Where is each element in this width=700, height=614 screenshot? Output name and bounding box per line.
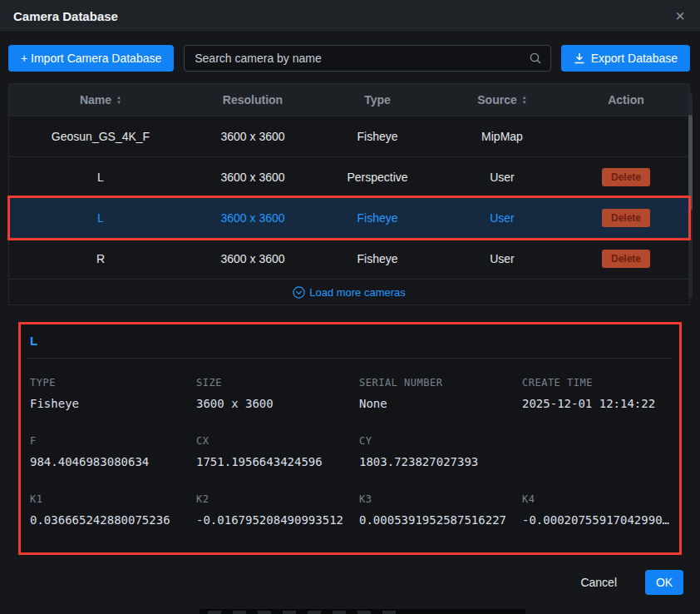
close-icon[interactable]: ×: [673, 7, 687, 24]
delete-button[interactable]: Delete: [602, 250, 650, 268]
search-input[interactable]: [193, 51, 521, 66]
cell-resolution: 3600 x 3600: [192, 252, 313, 265]
detail-field-k2: K2 -0.016795208490993512: [196, 493, 359, 527]
detail-field-serial-number: SERIAL NUMBER None: [359, 377, 522, 410]
cell-resolution: 3600 x 3600: [192, 130, 313, 143]
cell-resolution: 3600 x 3600: [192, 171, 313, 184]
dialog-title: Camera Database: [13, 9, 118, 23]
search-box[interactable]: [184, 45, 550, 72]
column-header-type: Type: [313, 93, 441, 106]
detail-field-cy: CY 1803.723827027393: [359, 435, 522, 468]
cancel-button[interactable]: Cancel: [575, 575, 622, 590]
detail-field-f: F 984.4046983080634: [30, 435, 196, 468]
cell-type: Fisheye: [313, 252, 441, 265]
detail-field-k1: K1 0.036665242880075236: [30, 493, 196, 527]
load-more-label: Load more cameras: [309, 286, 406, 299]
detail-field-create-time: CREATE TIME 2025-12-01 12:14:22: [522, 377, 672, 410]
column-header-name[interactable]: Name ▲▼: [9, 93, 192, 106]
detail-field-type: TYPE Fisheye: [30, 377, 196, 410]
column-header-action: Action: [563, 93, 689, 106]
table-row[interactable]: R 3600 x 3600 Fisheye User Delete: [9, 238, 689, 279]
table-row[interactable]: L 3600 x 3600 Perspective User Delete: [9, 156, 689, 197]
delete-button[interactable]: Delete: [602, 209, 650, 227]
column-header-source[interactable]: Source ▲▼: [441, 93, 563, 106]
table-header-row: Name ▲▼ Resolution Type Source ▲▼ Action: [9, 84, 689, 116]
camera-table: Name ▲▼ Resolution Type Source ▲▼ Action…: [8, 83, 690, 305]
ok-button[interactable]: OK: [645, 570, 683, 595]
cell-source: User: [441, 171, 563, 184]
detail-field-k4: K4 -0.00020755917042990…: [522, 493, 672, 527]
scrollbar-thumb[interactable]: [688, 115, 693, 210]
cell-source: User: [441, 211, 563, 225]
cell-name: Geosun_GS_4K_F: [9, 130, 192, 143]
export-database-button[interactable]: Export Database: [561, 45, 690, 72]
table-row[interactable]: Geosun_GS_4K_F 3600 x 3600 Fisheye MipMa…: [9, 116, 689, 156]
download-icon: [574, 52, 585, 64]
cell-resolution: 3600 x 3600: [192, 211, 313, 225]
cell-source: MipMap: [441, 130, 563, 143]
vertical-scrollbar[interactable]: [688, 93, 693, 298]
cell-action: Delete: [563, 209, 689, 227]
column-header-resolution: Resolution: [192, 93, 313, 106]
sort-icon: ▲▼: [522, 96, 527, 105]
cell-name: L: [9, 211, 192, 225]
dialog-footer: Cancel OK: [0, 555, 700, 595]
cell-name: R: [9, 252, 192, 265]
taskbar-sliver: [200, 609, 525, 614]
cell-type: Fisheye: [313, 211, 441, 225]
import-camera-database-button[interactable]: + Import Camera Database: [8, 45, 174, 72]
detail-field-empty: [522, 435, 672, 468]
camera-details-panel: L TYPE Fisheye SIZE 3600 x 3600 SERIAL N…: [18, 322, 682, 555]
cell-source: User: [441, 252, 563, 265]
cell-name: L: [9, 171, 192, 184]
search-icon: [529, 52, 542, 65]
cell-action: Delete: [563, 168, 689, 186]
cell-action: Delete: [563, 250, 689, 268]
export-button-label: Export Database: [591, 52, 678, 65]
detail-field-cx: CX 1751.1956643424596: [196, 435, 359, 468]
sort-icon: ▲▼: [116, 96, 121, 105]
details-grid: TYPE Fisheye SIZE 3600 x 3600 SERIAL NUM…: [27, 377, 672, 527]
chevron-down-circle-icon: [293, 286, 305, 299]
delete-button[interactable]: Delete: [602, 168, 650, 186]
toolbar: + Import Camera Database Export Database: [0, 32, 700, 83]
detail-field-size: SIZE 3600 x 3600: [196, 377, 359, 410]
details-camera-name: L: [27, 330, 672, 359]
table-row-selected[interactable]: L 3600 x 3600 Fisheye User Delete: [9, 197, 689, 238]
cell-type: Fisheye: [313, 130, 441, 143]
detail-field-k3: K3 0.0005391952587516227: [359, 493, 522, 527]
dialog-titlebar: Camera Database ×: [0, 0, 700, 32]
cell-type: Perspective: [313, 171, 441, 184]
load-more-cameras-link[interactable]: Load more cameras: [9, 279, 689, 305]
